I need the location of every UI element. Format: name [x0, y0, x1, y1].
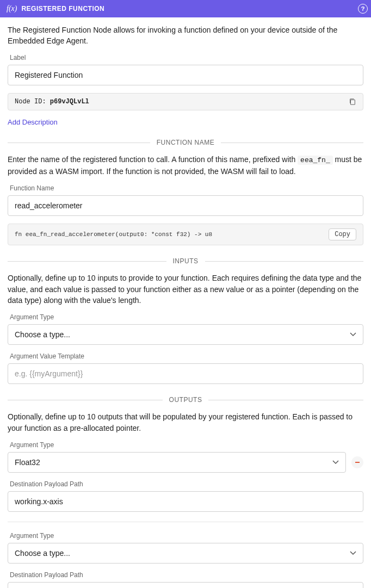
inputs-section-title: INPUTS [166, 257, 205, 265]
function-name-divider: FUNCTION NAME [8, 139, 363, 146]
function-name-helper-pre: Enter the name of the registered functio… [8, 155, 298, 164]
input-arg-value-label: Argument Value Template [10, 352, 363, 360]
label-field-block: Label [8, 54, 363, 85]
outputs-divider: OUTPUTS [8, 396, 363, 404]
outputs-section-title: OUTPUTS [163, 396, 209, 404]
output-dest-input[interactable] [8, 582, 363, 588]
label-input[interactable] [8, 65, 363, 85]
output-dest-input[interactable] [8, 491, 363, 512]
minus-icon [354, 459, 361, 466]
output-arg-type-select[interactable]: Float32 [8, 452, 346, 473]
function-name-label: Function Name [10, 184, 363, 192]
function-name-input[interactable] [8, 195, 363, 216]
output-separator [8, 522, 363, 522]
output-arg-type-block: Argument Type Choose a type... [8, 532, 363, 564]
output-dest-block: Destination Payload Path [8, 480, 363, 512]
node-id-value: p69vJQLvLl [50, 98, 89, 106]
function-prefix-code: eea_fn_ [298, 156, 333, 165]
add-description-link[interactable]: Add Description [8, 118, 58, 126]
output-arg-type-label: Argument Type [10, 532, 363, 540]
copy-button[interactable]: Copy [329, 228, 356, 240]
copy-icon[interactable] [349, 98, 356, 106]
output-dest-block: Destination Payload Path [8, 571, 363, 588]
function-signature-text: fn eea_fn_read_accelerometer(output0: *c… [15, 231, 212, 238]
remove-output-button[interactable] [351, 456, 363, 468]
output-arg-type-block: Argument Type Float32 [8, 441, 363, 473]
label-field-label: Label [10, 54, 363, 61]
header-bar: f(x) REGISTERED FUNCTION ? [0, 0, 371, 17]
input-arg-type-select[interactable]: Choose a type... [8, 324, 363, 345]
input-arg-type-block: Argument Type Choose a type... [8, 313, 363, 345]
inputs-divider: INPUTS [8, 257, 363, 265]
output-arg-type-select[interactable]: Choose a type... [8, 543, 363, 564]
outputs-helper: Optionally, define up to 10 outputs that… [8, 411, 363, 434]
output-dest-label: Destination Payload Path [10, 571, 363, 579]
output-row: Argument Type Float32 Destination Payloa… [8, 441, 363, 512]
input-arg-type-label: Argument Type [10, 313, 363, 321]
help-icon[interactable]: ? [358, 4, 368, 14]
function-name-section-title: FUNCTION NAME [150, 139, 221, 146]
content-area: The Registered Function Node allows for … [0, 17, 371, 588]
input-arg-value-block: Argument Value Template [8, 352, 363, 384]
node-id-box: Node ID: p69vJQLvLl [8, 93, 363, 110]
function-icon: f(x) [7, 4, 17, 13]
output-row: Argument Type Choose a type... Destinati… [8, 532, 363, 588]
input-arg-value-input[interactable] [8, 363, 363, 384]
svg-rect-0 [351, 100, 355, 105]
node-id-label: Node ID: [15, 98, 46, 106]
page-title: REGISTERED FUNCTION [21, 5, 104, 13]
function-name-helper: Enter the name of the registered functio… [8, 154, 363, 177]
output-dest-label: Destination Payload Path [10, 480, 363, 488]
function-name-field-block: Function Name [8, 184, 363, 216]
intro-text: The Registered Function Node allows for … [8, 25, 363, 46]
inputs-helper: Optionally, define up to 10 inputs to pr… [8, 273, 363, 306]
output-arg-type-label: Argument Type [10, 441, 363, 449]
function-signature-box: fn eea_fn_read_accelerometer(output0: *c… [8, 224, 363, 245]
